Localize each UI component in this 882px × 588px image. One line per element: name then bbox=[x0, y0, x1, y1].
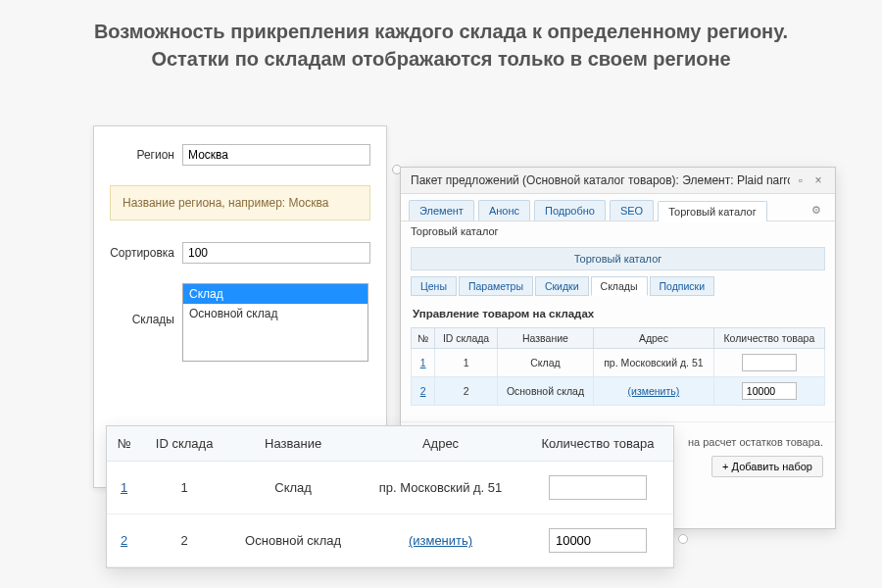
row-id: 1 bbox=[141, 462, 227, 514]
row-qty-input[interactable] bbox=[742, 382, 797, 400]
warehouse-big-table-panel: № ID склада Название Адрес Количество то… bbox=[106, 425, 674, 568]
region-input[interactable] bbox=[182, 144, 370, 166]
row-qty-input[interactable] bbox=[742, 354, 797, 371]
col-name: Название bbox=[227, 426, 359, 462]
table-row: 1 1 Склад пр. Московский д. 51 bbox=[412, 349, 825, 377]
row-name: Основной склад bbox=[227, 514, 359, 567]
dialog-subtitle: Торговый каталог bbox=[401, 221, 835, 241]
page-heading: Возможность прикрепления каждого склада … bbox=[0, 0, 882, 82]
col-n: № bbox=[412, 328, 435, 349]
close-icon[interactable]: × bbox=[811, 173, 825, 187]
warehouses-listbox[interactable]: Склад Основной склад bbox=[182, 283, 368, 362]
col-qty: Количество товара bbox=[713, 328, 824, 349]
row-n-link[interactable]: 1 bbox=[121, 480, 127, 495]
row-id: 1 bbox=[435, 349, 498, 377]
warehouse-mini-table: № ID склада Название Адрес Количество то… bbox=[411, 327, 825, 406]
region-hint: Название региона, например: Москва bbox=[110, 185, 370, 220]
row-qty-input[interactable] bbox=[549, 528, 647, 553]
col-id: ID склада bbox=[141, 426, 227, 462]
table-row: 2 2 Основной склад (изменить) bbox=[412, 377, 825, 406]
row-n-link[interactable]: 2 bbox=[420, 385, 426, 397]
subtab-subscriptions[interactable]: Подписки bbox=[650, 276, 715, 296]
col-addr: Адрес bbox=[359, 426, 522, 462]
warehouse-mgmt-title: Управление товаром на складах bbox=[411, 302, 825, 327]
section-band: Торговый каталог bbox=[411, 247, 825, 270]
row-n-link[interactable]: 1 bbox=[420, 357, 426, 368]
list-item[interactable]: Основной склад bbox=[183, 304, 368, 323]
list-item[interactable]: Склад bbox=[183, 284, 368, 304]
row-addr-link[interactable]: (изменить) bbox=[628, 385, 680, 397]
row-id: 2 bbox=[141, 514, 227, 567]
row-id: 2 bbox=[435, 377, 498, 406]
subtab-discounts[interactable]: Скидки bbox=[535, 276, 589, 296]
tab-seo[interactable]: SEO bbox=[610, 200, 654, 220]
dialog-titlebar: Пакет предложений (Основной каталог това… bbox=[401, 168, 835, 194]
table-row: 1 1 Склад пр. Московский д. 51 bbox=[107, 462, 673, 514]
tab-anons[interactable]: Анонс bbox=[478, 200, 530, 220]
subtab-params[interactable]: Параметры bbox=[459, 276, 533, 296]
row-name: Склад bbox=[497, 349, 593, 377]
add-set-button[interactable]: + Добавить набор bbox=[711, 456, 823, 477]
row-qty-input[interactable] bbox=[549, 475, 647, 500]
sort-input[interactable] bbox=[182, 242, 370, 264]
subtab-prices[interactable]: Цены bbox=[411, 276, 457, 296]
col-id: ID склада bbox=[435, 328, 498, 349]
row-addr-link[interactable]: (изменить) bbox=[409, 533, 472, 548]
tab-element[interactable]: Элемент bbox=[409, 200, 474, 220]
dialog-title: Пакет предложений (Основной каталог това… bbox=[411, 173, 790, 187]
col-name: Название bbox=[497, 328, 593, 349]
row-addr: пр. Московский д. 51 bbox=[359, 462, 522, 514]
col-qty: Количество товара bbox=[522, 426, 673, 462]
table-row: 2 2 Основной склад (изменить) bbox=[107, 514, 673, 567]
gear-icon[interactable]: ⚙ bbox=[806, 200, 827, 220]
subtab-warehouses[interactable]: Склады bbox=[591, 276, 648, 296]
sort-label: Сортировка bbox=[110, 242, 182, 260]
warehouses-label: Склады bbox=[110, 283, 182, 326]
row-n-link[interactable]: 2 bbox=[121, 533, 127, 548]
col-addr: Адрес bbox=[594, 328, 714, 349]
dialog-subtabs: Цены Параметры Скидки Склады Подписки bbox=[411, 276, 825, 296]
row-name: Основной склад bbox=[497, 377, 593, 406]
warehouse-big-table: № ID склада Название Адрес Количество то… bbox=[107, 426, 673, 567]
connector-dot bbox=[678, 534, 688, 544]
dialog-tabs: Элемент Анонс Подробно SEO Торговый ката… bbox=[401, 194, 835, 221]
tab-detail[interactable]: Подробно bbox=[534, 200, 606, 220]
row-addr: пр. Московский д. 51 bbox=[594, 349, 714, 377]
region-label: Регион bbox=[110, 144, 182, 162]
row-name: Склад bbox=[227, 462, 359, 514]
col-n: № bbox=[107, 426, 141, 462]
tab-catalog[interactable]: Торговый каталог bbox=[658, 201, 767, 221]
minimize-icon[interactable]: ▫ bbox=[794, 173, 808, 187]
